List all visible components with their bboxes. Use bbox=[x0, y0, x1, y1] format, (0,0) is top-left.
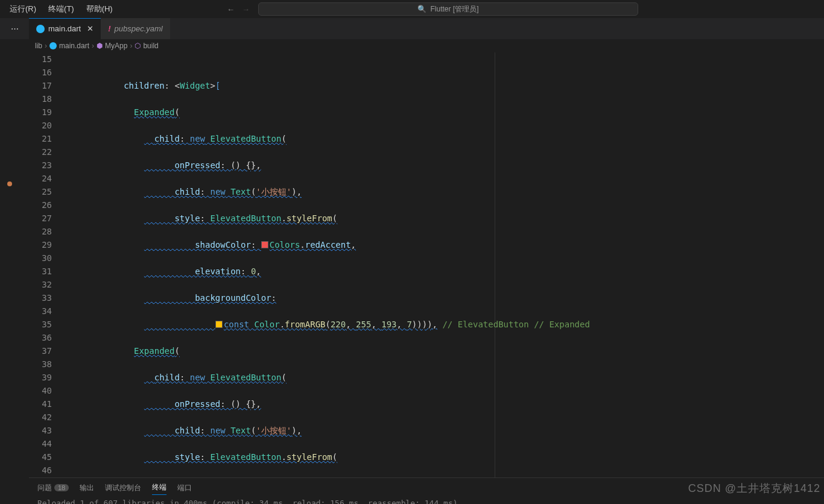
tab-actions-icon[interactable]: ⋯ bbox=[0, 18, 29, 39]
panel-tab-problems[interactable]: 问题18 bbox=[37, 481, 69, 495]
editor[interactable]: 1516171819202122232425262728293031323334… bbox=[29, 52, 824, 477]
menu-terminal[interactable]: 终端(T) bbox=[43, 1, 79, 17]
crumb-method[interactable]: build bbox=[143, 42, 158, 50]
breadcrumb[interactable]: lib › main.dart › ⬢ MyApp › ⬡ build bbox=[0, 39, 824, 52]
color-swatch-icon bbox=[261, 241, 268, 248]
panel-tab-terminal[interactable]: 终端 bbox=[152, 480, 166, 495]
chevron-right-icon: › bbox=[92, 42, 94, 50]
line-numbers: 1516171819202122232425262728293031323334… bbox=[29, 52, 63, 477]
menu-help[interactable]: 帮助(H) bbox=[81, 1, 118, 17]
tab-pubspec-yaml[interactable]: ! pubspec.yaml bbox=[101, 18, 170, 39]
terminal-output[interactable]: Reloaded 1 of 607 libraries in 400ms (co… bbox=[29, 497, 824, 504]
search-icon: 🔍 bbox=[417, 5, 426, 13]
menubar: 运行(R) 终端(T) 帮助(H) ← → 🔍 Flutter [管理员] bbox=[0, 0, 824, 18]
crumb-folder[interactable]: lib bbox=[35, 42, 42, 50]
chevron-right-icon: › bbox=[130, 42, 132, 50]
tabs-bar: ⋯ main.dart ✕ ! pubspec.yaml bbox=[0, 18, 824, 39]
tab-main-dart[interactable]: main.dart ✕ bbox=[29, 18, 101, 39]
color-swatch-icon bbox=[215, 321, 223, 328]
chevron-right-icon: › bbox=[45, 42, 47, 50]
nav-forward-icon: → bbox=[242, 5, 250, 14]
problems-badge: 18 bbox=[54, 484, 69, 491]
menu-run[interactable]: 运行(R) bbox=[5, 1, 41, 17]
crumb-class[interactable]: MyApp bbox=[105, 42, 127, 50]
yaml-file-icon: ! bbox=[108, 24, 110, 33]
watermark: CSDN @土井塔克树1412 bbox=[688, 481, 820, 496]
modified-dot-icon bbox=[7, 181, 12, 186]
dart-file-icon bbox=[36, 25, 45, 33]
dart-file-icon bbox=[49, 42, 57, 49]
panel-tab-debug[interactable]: 调试控制台 bbox=[105, 481, 141, 495]
nav-back-icon[interactable]: ← bbox=[227, 5, 235, 14]
command-center[interactable]: 🔍 Flutter [管理员] bbox=[258, 2, 638, 16]
search-text: Flutter [管理员] bbox=[430, 4, 478, 14]
tab-label: pubspec.yaml bbox=[115, 24, 163, 33]
tab-label: main.dart bbox=[48, 24, 81, 33]
panel-tab-output[interactable]: 输出 bbox=[80, 481, 94, 495]
class-icon: ⬢ bbox=[97, 42, 103, 50]
code-area[interactable]: children: <Widget>[ Expanded( child: new… bbox=[63, 52, 824, 477]
crumb-file[interactable]: main.dart bbox=[59, 42, 89, 50]
panel-tab-ports[interactable]: 端口 bbox=[177, 481, 192, 495]
close-icon[interactable]: ✕ bbox=[87, 24, 93, 33]
method-icon: ⬡ bbox=[135, 42, 141, 50]
activity-bar bbox=[0, 52, 29, 504]
